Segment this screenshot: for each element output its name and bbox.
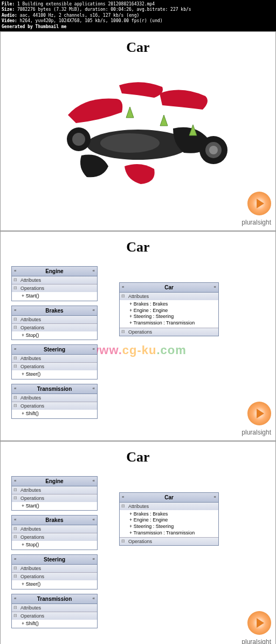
slide-3: Car Engine Attributes Operations+ Start(… <box>0 441 276 644</box>
svg-point-6 <box>72 133 85 146</box>
uml-brakes: Brakes Attributes Operations+ Stop() <box>11 515 98 550</box>
metadata-header: File: 1 Building extensible applications… <box>0 0 276 31</box>
play-icon <box>247 611 271 635</box>
uml-car: Car Attributes + Brakes : Brakes + Engin… <box>119 282 219 336</box>
pluralsight-logo: pluralsight <box>242 192 271 226</box>
logo-text: pluralsight <box>242 638 271 644</box>
logo-text: pluralsight <box>242 219 271 226</box>
play-icon <box>247 192 271 215</box>
uml-engine: Engine Attributes Operations+ Start() <box>11 266 98 301</box>
uml-diagram: Engine Attributes Operations+ Start() Br… <box>1 471 275 644</box>
uml-steering: Steering Attributes Operations+ Steer() <box>11 344 98 379</box>
uml-transmission: Transmission Attributes Operations+ Shif… <box>11 384 98 419</box>
uml-steering: Steering Attributes Operations+ Steer() <box>11 554 98 589</box>
pluralsight-logo: pluralsight <box>242 402 271 436</box>
slide-title: Car <box>1 232 275 261</box>
svg-point-1 <box>100 133 160 153</box>
slide-title: Car <box>1 442 275 471</box>
uml-car: Car Attributes + Brakes : Brakes + Engin… <box>119 492 219 546</box>
uml-diagram: www.cg-ku.com Engine Attributes Operatio… <box>1 261 275 440</box>
uml-transmission: Transmission Attributes Operations+ Shif… <box>11 594 98 629</box>
slide-2: Car www.cg-ku.com Engine Attributes Oper… <box>0 231 276 441</box>
logo-text: pluralsight <box>242 429 271 436</box>
pluralsight-logo: pluralsight <box>242 611 271 644</box>
uml-brakes: Brakes Attributes Operations+ Stop() <box>11 306 98 341</box>
uml-engine: Engine Attributes Operations+ Start() <box>11 476 98 511</box>
car-exploded-image <box>46 66 230 191</box>
svg-point-4 <box>209 146 218 154</box>
slide-1: Car pluralsight <box>0 31 276 231</box>
play-icon <box>247 402 271 425</box>
slide-title: Car <box>1 32 275 61</box>
